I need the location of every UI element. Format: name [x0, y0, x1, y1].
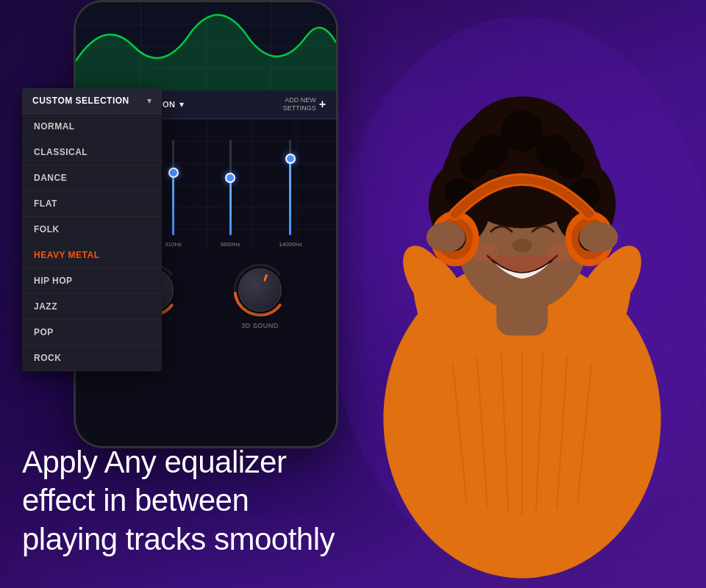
dropdown-header-text: CUSTOM SELECTION — [32, 96, 129, 106]
3dsound-label: 3D SOUND — [241, 322, 279, 329]
3dsound-indicator — [263, 273, 268, 281]
add-plus-icon: + — [319, 98, 326, 111]
svg-point-15 — [460, 152, 488, 180]
dropdown-arrow-icon: ▾ — [179, 99, 184, 110]
3dsound-knob-container: 3D SOUND — [232, 262, 288, 329]
3dsound-knob-wrapper[interactable] — [232, 262, 288, 318]
dropdown-item-classical[interactable]: CLASSICAL — [22, 140, 162, 165]
fader-knob-3[interactable] — [225, 173, 235, 183]
dropdown-items-list: NORMALCLASSICALDANCEFLATFOLKHEAVY METALH… — [22, 114, 162, 371]
dropdown-item-jazz[interactable]: JAZZ — [22, 294, 162, 320]
fader-fill-3 — [229, 178, 232, 235]
fader-910hz[interactable]: 910Hz — [165, 140, 182, 248]
fader-label-4: 14000Hz — [279, 241, 302, 248]
dropdown-item-hip-hop[interactable]: HIP HOP — [22, 268, 162, 294]
fader-track-3 — [229, 140, 232, 235]
fader-14000hz[interactable]: 14000Hz — [279, 140, 302, 248]
fader-fill-4 — [289, 159, 291, 235]
dropdown-item-dance[interactable]: DANCE — [22, 165, 162, 191]
fader-knob-2[interactable] — [168, 168, 179, 178]
dropdown-item-rock[interactable]: ROCK — [22, 345, 162, 371]
wave-visualization — [76, 2, 336, 90]
dropdown-item-flat[interactable]: FLAT — [22, 191, 162, 217]
add-settings-label: ADD NEW SETTINGS — [283, 96, 316, 112]
dropdown-item-folk[interactable]: FOLK — [22, 217, 162, 243]
person-illustration — [338, 0, 706, 588]
fader-fill-2 — [172, 173, 174, 235]
dropdown-header[interactable]: CUSTOM SELECTION ▾ — [22, 88, 162, 114]
dropdown-menu[interactable]: CUSTOM SELECTION ▾ NORMALCLASSICALDANCEF… — [22, 88, 162, 371]
svg-point-31 — [579, 222, 618, 253]
dropdown-item-normal[interactable]: NORMAL — [22, 114, 162, 140]
dropdown-item-heavy-metal[interactable]: HEAVY METAL — [22, 243, 162, 268]
fader-knob-4[interactable] — [285, 154, 296, 164]
dropdown-item-pop[interactable]: POP — [22, 320, 162, 345]
svg-point-17 — [513, 239, 532, 253]
svg-point-11 — [502, 110, 543, 152]
3dsound-knob-body — [238, 268, 282, 312]
fader-track-2 — [172, 140, 174, 235]
fader-label-3: 3600Hz — [220, 241, 240, 248]
bottom-headline: Apply Any equalizer effect in between pl… — [22, 443, 335, 559]
svg-point-16 — [557, 152, 585, 180]
fader-label-2: 910Hz — [165, 241, 182, 248]
fader-3600hz[interactable]: 3600Hz — [220, 140, 240, 248]
person-image-area — [338, 0, 706, 588]
fader-track-4 — [289, 140, 291, 235]
headline-text: Apply Any equalizer effect in between pl… — [22, 443, 335, 559]
dropdown-chevron-icon: ▾ — [147, 96, 151, 106]
add-settings-button[interactable]: ADD NEW SETTINGS + — [283, 96, 326, 112]
svg-point-28 — [427, 222, 466, 253]
